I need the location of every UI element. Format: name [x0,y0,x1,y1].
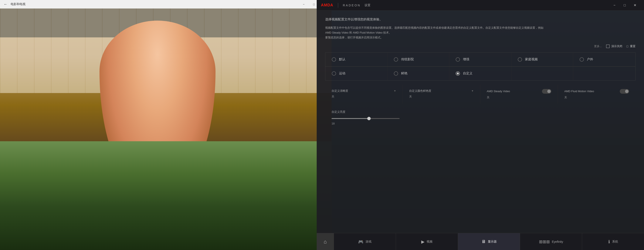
profile-empty-2 [573,67,635,80]
setting-color-value: 关 [409,95,412,98]
profile-outdoor-label: 户外 [587,57,593,61]
amd-titlebar-controls: − □ ✕ [610,2,640,9]
amd-logo-text: AMDA [321,3,333,7]
profile-empty-1 [511,67,574,80]
profile-sports[interactable]: 运动 [326,67,388,80]
radio-vivid [394,71,398,76]
brightness-slider-container [332,116,629,121]
back-button[interactable]: ← [2,1,8,7]
fluid-motion-toggle[interactable] [620,89,629,94]
controls-bar: 更多... 演示关闭 □ 重置 [325,44,636,48]
demo-icon [606,45,610,48]
home-icon: ⌂ [324,239,327,245]
profile-enhanced-label: 增强 [463,57,469,61]
profile-home-video-label: 家庭视频 [525,57,538,61]
radio-cinema [394,57,398,62]
brightness-label: 自定义亮度 [332,110,629,114]
profile-vivid-label: 鲜艳 [401,71,408,75]
settings-row: 自定义清晰度 ▼ 关 自定义颜色鲜艳度 ▼ 关 AMD Steady Video [325,85,636,104]
display-icon: 🖥 [482,239,486,244]
amd-titlebar: AMDA RADEON 设置 − □ ✕ [317,0,644,11]
video-icon: ▶ [421,239,424,244]
setting-steady-title: AMD Steady Video [487,90,510,93]
profile-enhanced[interactable]: 增强 [449,53,511,66]
nav-system-label: 系统 [612,240,618,244]
setting-fluid-motion[interactable]: AMD Fluid Motion Video 关 [558,85,636,104]
steady-video-toggle[interactable] [542,89,551,94]
setting-color-title: 自定义颜色鲜艳度 [409,89,431,93]
profile-default[interactable]: 默认 [326,53,388,66]
nav-display[interactable]: 🖥 显示器 [458,233,520,250]
profile-custom[interactable]: 自定义 [449,67,511,80]
gaming-icon: 🎮 [358,239,364,244]
nav-video[interactable]: ▶ 视频 [396,233,458,250]
demo-label: 演示关闭 [611,44,622,48]
setting-sharpness[interactable]: 自定义清晰度 ▼ 关 [325,85,403,104]
radio-sports [332,71,336,76]
setting-fluid-header: AMD Fluid Motion Video [564,89,629,94]
nav-eyefinity-label: Eyefinity [552,240,563,244]
amd-minimize-button[interactable]: − [610,2,619,9]
profile-vivid[interactable]: 鲜艳 [388,67,450,80]
profile-default-label: 默认 [339,57,346,61]
nav-system[interactable]: ℹ 系统 [582,233,644,250]
eyefinity-icon: ⊞⊞⊞ [539,239,550,244]
demo-control[interactable]: 演示关闭 [606,44,622,48]
radio-custom [456,71,460,76]
setting-fluid-value: 关 [564,96,567,99]
profile-sports-label: 运动 [339,71,346,75]
steady-toggle-knob [547,90,551,93]
nav-display-label: 显示器 [488,240,497,244]
setting-steady-video[interactable]: AMD Steady Video 关 [480,85,558,104]
profile-grid-row2: 运动 鲜艳 自定义 [325,67,636,80]
color-chevron-icon: ▼ [471,89,474,92]
setting-sharpness-title: 自定义清晰度 [332,89,348,93]
brightness-slider-thumb[interactable] [367,117,371,120]
profile-grid-row1: 默认 传统影院 增强 家庭视频 户外 [325,52,636,67]
radio-dot [457,72,459,75]
setting-steady-header: AMD Steady Video [487,89,551,94]
profile-home-video[interactable]: 家庭视频 [511,53,574,66]
more-link[interactable]: 更多... [594,44,602,48]
media-player-title: 电影和电视 [11,2,299,6]
system-icon: ℹ [608,239,610,244]
logo-separator [338,3,338,8]
setting-color-vivid[interactable]: 自定义颜色鲜艳度 ▼ 关 [403,85,480,104]
media-player-titlebar: ← 电影和电视 − □ ✕ [0,0,332,8]
profile-cinema[interactable]: 传统影院 [388,53,450,66]
radio-outdoor [580,57,584,62]
radio-home-video [518,57,522,62]
brightness-row: 自定义亮度 18 [325,106,636,129]
radeon-text: RADEON [343,3,361,7]
description-main: 选择视频配置文件以增强您的视觉体验。 [325,17,636,22]
minimize-button[interactable]: − [299,1,308,8]
brightness-slider-track[interactable] [332,118,400,119]
setting-steady-value: 关 [487,96,490,99]
profile-cinema-label: 传统影院 [401,57,414,61]
setting-fluid-title: AMD Fluid Motion Video [564,90,594,93]
radio-enhanced [456,57,460,62]
description-detail: 视频配置文件中包含可以提供不同视觉体验的图形设置。选择最匹配您视频内容的配置文件… [325,25,636,40]
reset-control[interactable]: □ 重置 [626,44,636,48]
setting-sharpness-value: 关 [332,95,334,98]
video-scene [0,8,332,250]
nav-eyefinity[interactable]: ⊞⊞⊞ Eyefinity [520,233,582,250]
brightness-value: 18 [332,122,629,125]
nav-gaming[interactable]: 🎮 游戏 [334,233,396,250]
settings-text: 设置 [364,3,370,7]
radio-default [332,57,336,62]
amd-navigation: ⌂ 🎮 游戏 ▶ 视频 🖥 显示器 ⊞⊞⊞ Eyefinity ℹ 系统 [317,233,644,250]
profile-outdoor[interactable]: 户外 [573,53,635,66]
amd-content: 选择视频配置文件以增强您的视觉体验。 视频配置文件中包含可以提供不同视觉体验的图… [317,11,644,233]
amd-close-button[interactable]: ✕ [630,2,640,9]
nav-video-label: 视频 [426,240,432,244]
nav-home[interactable]: ⌂ [317,233,334,250]
sharpness-chevron-icon: ▼ [394,89,396,92]
profile-custom-label: 自定义 [463,71,472,75]
amd-maximize-button[interactable]: □ [620,2,630,9]
brightness-slider-fill [332,118,369,119]
setting-color-header: 自定义颜色鲜艳度 ▼ [409,89,474,93]
nav-gaming-label: 游戏 [366,240,372,244]
amd-logo: AMDA RADEON 设置 [321,3,370,8]
media-player-window: ← 电影和电视 − □ ✕ [0,0,332,250]
